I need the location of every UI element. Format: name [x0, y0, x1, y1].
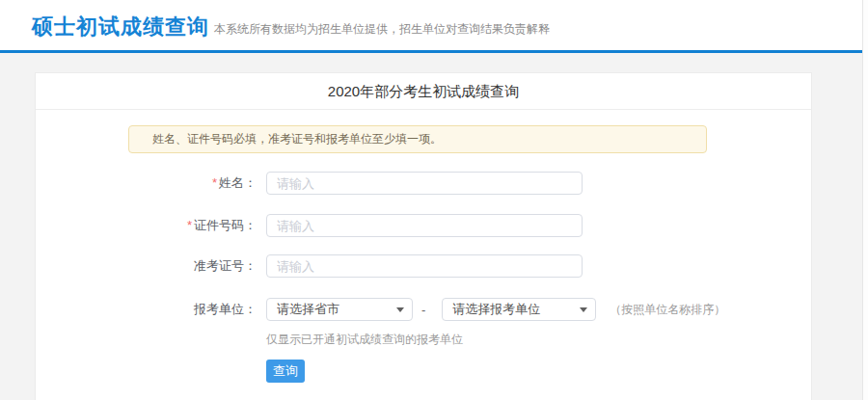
form-row-certificate: *证件号码：: [36, 214, 811, 237]
alert-notice: 姓名、证件号码必填，准考证号和报考单位至少填一项。: [128, 125, 707, 153]
query-panel: 2020年部分考生初试成绩查询 姓名、证件号码必填，准考证号和报考单位至少填一项…: [35, 72, 812, 400]
chevron-down-icon: [580, 307, 587, 312]
certificate-number-input[interactable]: [266, 214, 583, 237]
chevron-down-icon: [396, 307, 404, 312]
alert-text: 姓名、证件号码必填，准考证号和报考单位至少填一项。: [152, 132, 442, 146]
ticket-label: 准考证号：: [36, 257, 257, 275]
select-separator: -: [421, 303, 425, 317]
header: 硕士初试成绩查询 本系统所有数据均为招生单位提供，招生单位对查询结果负责解释: [0, 0, 862, 50]
required-asterisk: *: [212, 175, 217, 190]
province-select[interactable]: 请选择省市: [266, 298, 413, 321]
unit-select-value: 请选择报考单位: [452, 301, 574, 318]
form-row-unit: 报考单位： 请选择省市 - 请选择报考单位 （按照单位名称排序）: [36, 298, 811, 321]
form-hint: 仅显示已开通初试成绩查询的报考单位: [266, 332, 463, 348]
name-input[interactable]: [266, 172, 583, 195]
scrollbar-track[interactable]: [862, 0, 868, 400]
query-button[interactable]: 查询: [266, 360, 305, 383]
admission-ticket-input[interactable]: [266, 254, 583, 278]
unit-label: 报考单位：: [36, 301, 257, 318]
form-row-ticket: 准考证号：: [36, 254, 811, 278]
page-title: 硕士初试成绩查询: [32, 13, 209, 41]
certificate-label: *证件号码：: [36, 217, 257, 234]
page: 硕士初试成绩查询 本系统所有数据均为招生单位提供，招生单位对查询结果负责解释 2…: [0, 0, 868, 400]
sort-order-note: （按照单位名称排序）: [610, 302, 725, 318]
panel-title: 2020年部分考生初试成绩查询: [328, 83, 519, 99]
name-label: *姓名：: [36, 174, 257, 192]
required-asterisk: *: [187, 218, 192, 232]
page-subtitle: 本系统所有数据均为招生单位提供，招生单位对查询结果负责解释: [214, 21, 550, 38]
form-row-name: *姓名：: [36, 172, 811, 195]
panel-header: 2020年部分考生初试成绩查询: [36, 73, 811, 110]
province-select-value: 请选择省市: [277, 301, 391, 318]
unit-select[interactable]: 请选择报考单位: [442, 298, 596, 321]
